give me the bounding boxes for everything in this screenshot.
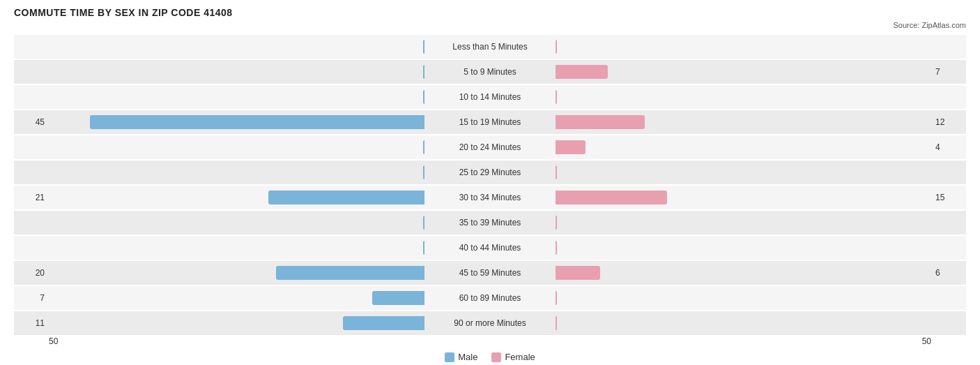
female-bar-wrapper (553, 140, 931, 155)
legend-male: Male (445, 352, 477, 362)
bars-container: Less than 5 Minutes (49, 35, 931, 59)
bars-container: 90 or more Minutes (49, 311, 931, 335)
chart-row: 20 to 24 Minutes 4 (14, 135, 966, 159)
male-bar-wrapper (49, 290, 427, 306)
female-bar (556, 90, 557, 104)
female-bar (556, 65, 608, 79)
chart-row: 40 to 44 Minutes (14, 236, 966, 260)
female-bar (556, 241, 557, 255)
chart-row: 45 15 to 19 Minutes 12 (14, 110, 966, 134)
male-bar-wrapper (49, 64, 427, 80)
female-bar-wrapper (553, 290, 931, 306)
male-bar (268, 191, 424, 204)
row-label: 20 to 24 Minutes (427, 142, 553, 152)
male-value: 21 (14, 193, 49, 202)
male-bar (423, 90, 424, 104)
row-label: 15 to 19 Minutes (427, 117, 553, 127)
chart-area: Less than 5 Minutes 5 to 9 Minutes 7 (14, 35, 966, 335)
male-bar (276, 266, 424, 280)
male-bar-wrapper (49, 39, 427, 54)
female-bar (556, 316, 557, 330)
female-bar-wrapper (553, 265, 931, 281)
male-bar-wrapper (49, 140, 427, 155)
female-value: 6 (931, 268, 966, 278)
male-value: 20 (14, 268, 49, 278)
bars-container: 20 to 24 Minutes (49, 135, 931, 159)
female-bar-wrapper (553, 114, 931, 130)
bars-container: 40 to 44 Minutes (49, 236, 931, 260)
row-label: 25 to 29 Minutes (427, 167, 553, 177)
male-bar (423, 140, 424, 154)
female-bar-wrapper (553, 89, 931, 105)
female-bar-wrapper (553, 240, 931, 255)
female-bar-wrapper (553, 39, 931, 54)
female-bar (556, 40, 557, 54)
chart-row: 5 to 9 Minutes 7 (14, 60, 966, 84)
male-bar (423, 216, 424, 230)
chart-row: 20 45 to 59 Minutes 6 (14, 261, 966, 285)
row-label: 60 to 89 Minutes (427, 293, 553, 303)
female-bar-wrapper (553, 315, 931, 331)
row-label: 35 to 39 Minutes (427, 218, 553, 228)
row-label: Less than 5 Minutes (427, 42, 553, 52)
female-bar-wrapper (553, 165, 931, 180)
row-label: 10 to 14 Minutes (427, 92, 553, 102)
female-value: 7 (931, 67, 966, 77)
bars-container: 35 to 39 Minutes (49, 211, 931, 234)
bars-container: 60 to 89 Minutes (49, 286, 931, 310)
male-bar (90, 115, 424, 129)
male-value: 11 (14, 318, 49, 328)
male-bar (423, 40, 424, 54)
legend-female: Female (491, 352, 535, 362)
row-label: 90 or more Minutes (427, 318, 553, 328)
chart-row: 25 to 29 Minutes (14, 161, 966, 184)
chart-row: 10 to 14 Minutes (14, 85, 966, 109)
chart-row: 7 60 to 89 Minutes (14, 286, 966, 310)
female-bar (556, 216, 557, 230)
female-bar-wrapper (553, 64, 931, 80)
male-bar (343, 316, 424, 330)
male-bar-wrapper (49, 190, 427, 205)
male-bar-wrapper (49, 265, 427, 281)
female-bar (556, 191, 667, 204)
female-value: 15 (931, 193, 966, 202)
row-label: 45 to 59 Minutes (427, 268, 553, 278)
row-label: 40 to 44 Minutes (427, 243, 553, 253)
male-color-box (445, 352, 454, 362)
female-value: 4 (931, 142, 966, 152)
chart-row: 11 90 or more Minutes (14, 311, 966, 335)
female-bar-wrapper (553, 190, 931, 205)
female-color-box (491, 352, 501, 362)
male-bar (423, 165, 424, 179)
bars-container: 15 to 19 Minutes (49, 110, 931, 134)
legend: Male Female (14, 352, 966, 362)
axis-right-label: 50 (922, 336, 931, 346)
source-label: Source: ZipAtlas.com (14, 21, 966, 29)
bars-container: 30 to 34 Minutes (49, 186, 931, 209)
female-value: 12 (931, 117, 966, 127)
row-label: 30 to 34 Minutes (427, 193, 553, 202)
bars-container: 45 to 59 Minutes (49, 261, 931, 285)
male-bar-wrapper (49, 215, 427, 230)
male-bar (372, 291, 424, 305)
chart-title: COMMUTE TIME BY SEX IN ZIP CODE 41408 (14, 7, 966, 18)
bars-container: 10 to 14 Minutes (49, 85, 931, 109)
male-value: 7 (14, 293, 49, 303)
bars-container: 5 to 9 Minutes (49, 60, 931, 84)
female-bar-wrapper (553, 215, 931, 230)
chart-row: 21 30 to 34 Minutes 15 (14, 186, 966, 209)
row-label: 5 to 9 Minutes (427, 67, 553, 77)
female-bar (556, 291, 557, 305)
female-bar (556, 266, 600, 280)
chart-row: Less than 5 Minutes (14, 35, 966, 59)
axis-left-label: 50 (49, 336, 58, 346)
male-bar-wrapper (49, 165, 427, 180)
bars-container: 25 to 29 Minutes (49, 161, 931, 184)
female-bar (556, 165, 557, 179)
male-bar-wrapper (49, 114, 427, 130)
male-bar-wrapper (49, 89, 427, 105)
male-bar (423, 241, 424, 255)
female-bar (556, 140, 585, 154)
male-bar (423, 65, 424, 79)
male-value: 45 (14, 117, 49, 127)
